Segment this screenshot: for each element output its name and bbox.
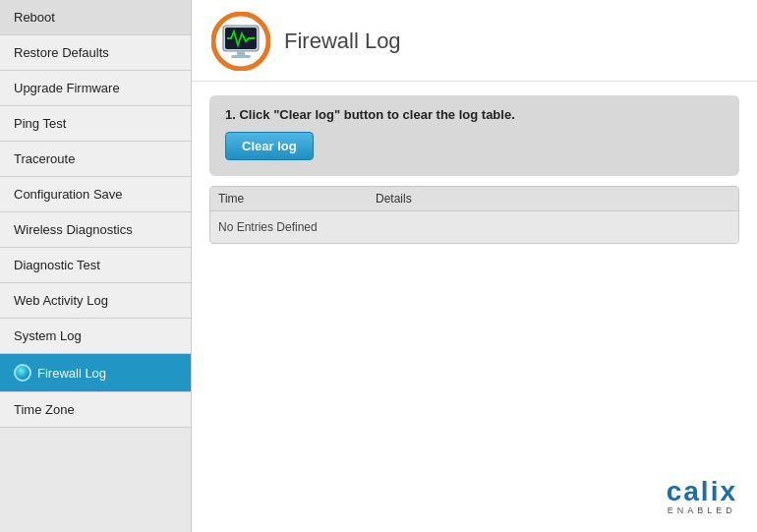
calix-tagline: ENABLED [667, 505, 737, 515]
sidebar-item-label: Traceroute [14, 151, 75, 166]
active-indicator [14, 364, 31, 382]
sidebar-item-label: Firewall Log [37, 366, 106, 381]
sidebar-item-wireless-diagnostics[interactable]: Wireless Diagnostics [0, 212, 191, 248]
col-details-header: Details [376, 192, 730, 206]
calix-logo: calix ENABLED [667, 478, 737, 515]
calix-name: calix [667, 478, 737, 505]
sidebar-item-label: Time Zone [14, 402, 75, 417]
sidebar-item-ping-test[interactable]: Ping Test [0, 106, 191, 142]
sidebar-item-diagnostic-test[interactable]: Diagnostic Test [0, 248, 191, 283]
sidebar-item-label: Configuration Save [14, 187, 123, 202]
info-box: 1. Click "Clear log" button to clear the… [209, 95, 739, 176]
log-table: Time Details No Entries Defined [209, 186, 739, 244]
main-content: Firewall Log 1. Click "Clear log" button… [192, 0, 757, 532]
sidebar-item-web-activity-log[interactable]: Web Activity Log [0, 283, 191, 319]
table-header: Time Details [210, 187, 738, 211]
sidebar-item-label: System Log [14, 328, 82, 343]
sidebar-item-label: Ping Test [14, 116, 66, 131]
sidebar-item-system-log[interactable]: System Log [0, 319, 191, 354]
page-header: Firewall Log [192, 0, 757, 82]
sidebar-item-label: Web Activity Log [14, 293, 108, 308]
sidebar-item-reboot[interactable]: Reboot [0, 0, 191, 35]
sidebar-item-label: Reboot [14, 10, 55, 25]
page-icon [211, 12, 270, 71]
sidebar-item-firewall-log[interactable]: Firewall Log [0, 354, 191, 392]
svg-rect-4 [231, 55, 251, 58]
col-time-header: Time [218, 192, 376, 206]
sidebar-item-label: Wireless Diagnostics [14, 222, 133, 237]
sidebar-item-label: Diagnostic Test [14, 258, 100, 272]
clear-log-button[interactable]: Clear log [225, 132, 314, 160]
sidebar-item-time-zone[interactable]: Time Zone [0, 392, 191, 428]
no-entries-text: No Entries Defined [218, 216, 318, 238]
sidebar-item-label: Restore Defaults [14, 45, 109, 60]
table-empty-row: No Entries Defined [210, 211, 738, 243]
page-title: Firewall Log [284, 29, 401, 54]
sidebar: RebootRestore DefaultsUpgrade FirmwarePi… [0, 0, 192, 532]
sidebar-item-traceroute[interactable]: Traceroute [0, 142, 191, 177]
branding: calix ENABLED [192, 462, 757, 532]
sidebar-item-configuration-save[interactable]: Configuration Save [0, 177, 191, 212]
sidebar-item-label: Upgrade Firmware [14, 81, 120, 95]
sidebar-item-restore-defaults[interactable]: Restore Defaults [0, 35, 191, 71]
sidebar-item-upgrade-firmware[interactable]: Upgrade Firmware [0, 71, 191, 106]
info-text: 1. Click "Clear log" button to clear the… [225, 107, 724, 122]
